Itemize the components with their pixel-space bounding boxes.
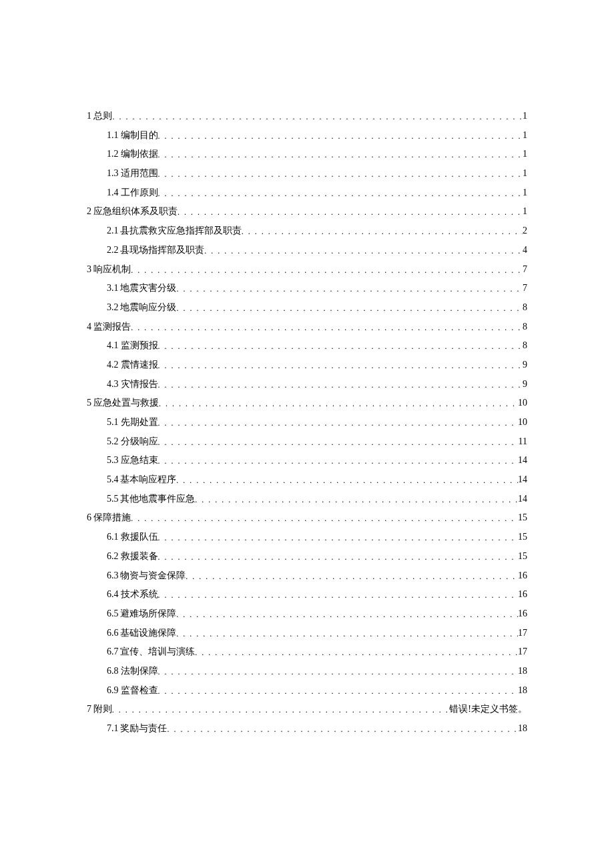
toc-entry-page: 16	[518, 566, 527, 586]
toc-entry[interactable]: 1.3适用范围. . . . . . . . . . . . . . . . .…	[107, 164, 527, 183]
toc-entry-page: 8	[523, 318, 527, 337]
toc-leader-dots: . . . . . . . . . . . . . . . . . . . . …	[158, 453, 518, 470]
toc-entry[interactable]: 6.5避难场所保障. . . . . . . . . . . . . . . .…	[107, 604, 527, 624]
toc-entry-page: 8	[523, 336, 527, 356]
toc-entry[interactable]: 4.1监测预报. . . . . . . . . . . . . . . . .…	[107, 336, 527, 356]
toc-entry-number: 5.2	[107, 432, 119, 452]
table-of-contents: 1总则. . . . . . . . . . . . . . . . . . .…	[87, 107, 527, 739]
toc-entry-page: 15	[518, 528, 527, 547]
toc-leader-dots: . . . . . . . . . . . . . . . . . . . . …	[176, 606, 518, 623]
toc-entry[interactable]: 6.3物资与资金保障. . . . . . . . . . . . . . . …	[107, 566, 527, 586]
toc-entry-number: 6.5	[107, 604, 119, 624]
toc-entry[interactable]: 3.1地震灾害分级. . . . . . . . . . . . . . . .…	[107, 279, 527, 298]
toc-entry-title: 应急结束	[121, 451, 158, 470]
toc-entry[interactable]: 5.3应急结束. . . . . . . . . . . . . . . . .…	[107, 451, 527, 470]
toc-entry-page: 1	[523, 183, 527, 203]
toc-entry-title: 其他地震事件应急	[120, 490, 195, 509]
toc-entry[interactable]: 6.8法制保障. . . . . . . . . . . . . . . . .…	[107, 662, 527, 681]
toc-entry-title: 救援队伍	[121, 528, 158, 547]
toc-entry-page: 14	[518, 490, 527, 509]
toc-entry-title: 救援装备	[121, 547, 158, 566]
toc-entry-page: 10	[518, 394, 527, 413]
toc-entry-page: 1	[523, 107, 527, 126]
toc-leader-dots: . . . . . . . . . . . . . . . . . . . . …	[195, 644, 518, 661]
toc-entry-title: 监测报告	[93, 318, 131, 337]
toc-entry[interactable]: 3响应机制. . . . . . . . . . . . . . . . . .…	[87, 260, 527, 280]
toc-entry[interactable]: 7附则. . . . . . . . . . . . . . . . . . .…	[87, 700, 527, 719]
toc-entry-title: 先期处置	[121, 413, 158, 432]
toc-entry-number: 3.2	[107, 298, 119, 318]
toc-entry-number: 2	[87, 202, 91, 222]
toc-entry-number: 6	[87, 508, 91, 528]
toc-entry-number: 6.2	[107, 547, 119, 566]
toc-entry[interactable]: 4.2震情速报. . . . . . . . . . . . . . . . .…	[107, 356, 527, 375]
toc-entry[interactable]: 6.2救援装备. . . . . . . . . . . . . . . . .…	[107, 547, 527, 566]
toc-entry-page: 18	[518, 681, 527, 701]
toc-entry-number: 4.3	[107, 375, 119, 394]
toc-entry[interactable]: 6.1救援队伍. . . . . . . . . . . . . . . . .…	[107, 528, 527, 547]
toc-entry-title: 编制依据	[121, 145, 158, 164]
toc-entry-page: 错误!未定义书签。	[449, 700, 527, 719]
toc-entry-page: 2	[523, 222, 527, 241]
toc-leader-dots: . . . . . . . . . . . . . . . . . . . . …	[242, 224, 523, 240]
toc-entry-page: 7	[523, 279, 527, 298]
toc-entry[interactable]: 5.1先期处置. . . . . . . . . . . . . . . . .…	[107, 413, 527, 432]
toc-entry-title: 分级响应	[121, 432, 158, 452]
toc-entry-number: 6.1	[107, 528, 119, 547]
toc-leader-dots: . . . . . . . . . . . . . . . . . . . . …	[131, 320, 523, 336]
toc-entry-number: 4.1	[107, 336, 119, 356]
toc-leader-dots: . . . . . . . . . . . . . . . . . . . . …	[158, 530, 518, 546]
toc-entry-page: 14	[518, 451, 527, 470]
toc-entry-number: 2.2	[107, 241, 119, 260]
toc-entry[interactable]: 3.2地震响应分级. . . . . . . . . . . . . . . .…	[107, 298, 527, 318]
toc-entry-title: 震情速报	[121, 356, 158, 375]
toc-entry[interactable]: 6.4技术系统. . . . . . . . . . . . . . . . .…	[107, 585, 527, 604]
toc-entry-page: 18	[518, 662, 527, 681]
toc-leader-dots: . . . . . . . . . . . . . . . . . . . . …	[186, 568, 518, 585]
toc-entry-title: 工作原则	[121, 183, 158, 203]
toc-entry-page: 17	[518, 642, 527, 662]
toc-entry[interactable]: 1总则. . . . . . . . . . . . . . . . . . .…	[87, 107, 527, 126]
toc-leader-dots: . . . . . . . . . . . . . . . . . . . . …	[176, 300, 523, 317]
toc-entry-title: 灾情报告	[121, 375, 158, 394]
toc-entry[interactable]: 1.2编制依据. . . . . . . . . . . . . . . . .…	[107, 145, 527, 164]
toc-entry[interactable]: 2应急组织体系及职责. . . . . . . . . . . . . . . …	[87, 202, 527, 222]
toc-entry-page: 8	[523, 298, 527, 318]
toc-entry[interactable]: 5.4基本响应程序. . . . . . . . . . . . . . . .…	[107, 470, 527, 490]
toc-page: 1总则. . . . . . . . . . . . . . . . . . .…	[0, 0, 614, 805]
toc-leader-dots: . . . . . . . . . . . . . . . . . . . . …	[158, 415, 518, 432]
toc-entry-number: 1.2	[107, 145, 119, 164]
toc-entry[interactable]: 5.5其他地震事件应急. . . . . . . . . . . . . . .…	[107, 490, 527, 509]
toc-entry[interactable]: 6.6基础设施保障. . . . . . . . . . . . . . . .…	[107, 624, 527, 643]
toc-entry-number: 2.1	[107, 222, 119, 241]
toc-entry-number: 5.5	[107, 490, 119, 509]
toc-leader-dots: . . . . . . . . . . . . . . . . . . . . …	[158, 377, 523, 394]
toc-leader-dots: . . . . . . . . . . . . . . . . . . . . …	[204, 243, 523, 260]
toc-entry-title: 响应机制	[93, 260, 131, 280]
toc-entry[interactable]: 6.9监督检查. . . . . . . . . . . . . . . . .…	[107, 681, 527, 701]
toc-entry-title: 法制保障	[121, 662, 158, 681]
toc-entry-number: 6.7	[107, 642, 119, 662]
toc-entry-number: 1.3	[107, 164, 119, 183]
toc-entry-number: 4	[87, 318, 91, 337]
toc-entry[interactable]: 2.2县现场指挥部及职责. . . . . . . . . . . . . . …	[107, 241, 527, 260]
toc-entry[interactable]: 2.1县抗震救灾应急指挥部及职责. . . . . . . . . . . . …	[107, 222, 527, 241]
toc-entry-page: 9	[523, 375, 527, 394]
toc-entry-page: 10	[518, 413, 527, 432]
toc-entry[interactable]: 5应急处置与救援. . . . . . . . . . . . . . . . …	[87, 394, 527, 413]
toc-entry-page: 18	[518, 719, 527, 739]
toc-entry[interactable]: 1.4工作原则. . . . . . . . . . . . . . . . .…	[107, 183, 527, 203]
toc-entry-page: 15	[518, 508, 527, 528]
toc-entry-title: 奖励与责任	[120, 719, 167, 739]
toc-entry-number: 4.2	[107, 356, 119, 375]
toc-entry-title: 监督检查	[121, 681, 158, 701]
toc-entry[interactable]: 4监测报告. . . . . . . . . . . . . . . . . .…	[87, 318, 527, 337]
toc-entry-title: 技术系统	[121, 585, 158, 604]
toc-entry[interactable]: 7.1奖励与责任. . . . . . . . . . . . . . . . …	[107, 719, 527, 739]
toc-entry[interactable]: 5.2分级响应. . . . . . . . . . . . . . . . .…	[107, 432, 527, 452]
toc-entry[interactable]: 6保障措施. . . . . . . . . . . . . . . . . .…	[87, 508, 527, 528]
toc-entry[interactable]: 6.7宣传、培训与演练. . . . . . . . . . . . . . .…	[107, 642, 527, 662]
toc-entry-number: 7	[87, 700, 91, 719]
toc-entry[interactable]: 4.3灾情报告. . . . . . . . . . . . . . . . .…	[107, 375, 527, 394]
toc-entry[interactable]: 1.1编制目的. . . . . . . . . . . . . . . . .…	[107, 126, 527, 145]
